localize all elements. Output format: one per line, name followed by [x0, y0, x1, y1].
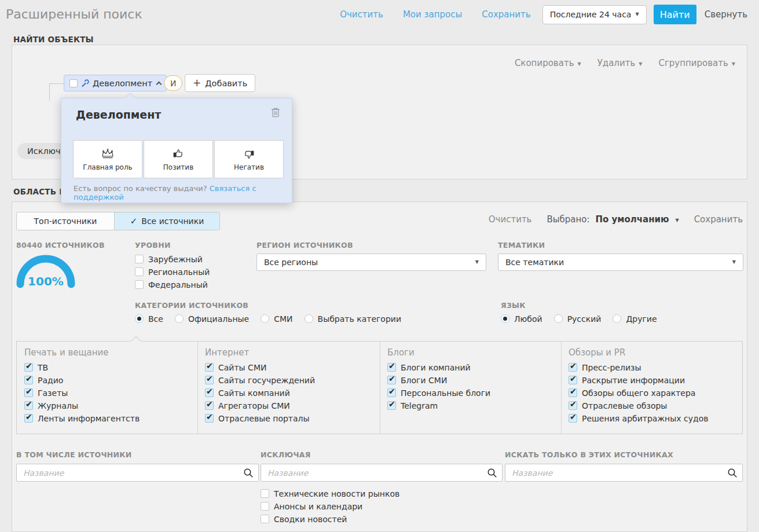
find-button[interactable]: Найти: [654, 5, 696, 24]
checkbox-arbitration[interactable]: Решения арбитражных судов: [569, 414, 708, 423]
collapse-link[interactable]: Свернуть: [705, 9, 747, 20]
checkbox-magazines[interactable]: Журналы: [24, 401, 140, 410]
and-operator-badge[interactable]: И: [164, 75, 182, 91]
header-my-queries-link[interactable]: Мои запросы: [403, 9, 462, 20]
sources-count-label: 80440 ИСТОЧНИКОВ: [16, 241, 105, 250]
radio-russian[interactable]: Русский: [554, 314, 602, 323]
checkbox-press-releases[interactable]: Пресс-релизы: [569, 363, 708, 372]
column-divider: [561, 342, 562, 434]
group-action[interactable]: Сгруппировать▼: [658, 58, 735, 68]
radio-label: Официальные: [188, 314, 249, 324]
checkbox-gov-sites[interactable]: Сайты госучреждений: [205, 376, 315, 384]
checkbox-radio[interactable]: Радио: [24, 376, 140, 384]
chip-checkbox[interactable]: [69, 79, 78, 87]
checkbox-industry-portals[interactable]: Отраслевые порталы: [205, 414, 315, 423]
sources-clear-link[interactable]: Очистить: [489, 214, 532, 225]
main-role-card[interactable]: Главная роль: [73, 140, 142, 178]
source-categories-radios: Все Официальные СМИ Выбрать категории: [135, 314, 401, 323]
add-object-button[interactable]: + Добавить: [185, 74, 255, 92]
main-role-label: Главная роль: [83, 163, 132, 171]
period-select[interactable]: Последние 24 часа ▼: [542, 5, 647, 24]
source-categories-title: КАТЕГОРИИ ИСТОЧНИКОВ: [135, 301, 248, 310]
group-reviews-list: Пресс-релизы Раскрытие информации Обзоры…: [569, 363, 708, 423]
checkbox-level-federal[interactable]: Федеральный: [135, 280, 210, 289]
search-icon[interactable]: [727, 468, 738, 478]
topics-select[interactable]: Все тематики ▼: [498, 254, 743, 271]
negative-label: Негатив: [234, 163, 264, 171]
tab-top-sources[interactable]: Топ-источники: [17, 212, 114, 230]
tree-connector-horizontal: [49, 83, 64, 84]
only-these-sources-field: [505, 464, 743, 482]
negative-card[interactable]: Негатив: [214, 140, 284, 178]
checkbox-checked-icon: [387, 363, 396, 372]
radio-all[interactable]: Все: [135, 314, 163, 323]
copy-action[interactable]: Скопировать▼: [515, 58, 581, 68]
checkbox-newspapers[interactable]: Газеты: [24, 388, 140, 397]
checkbox-aggregators[interactable]: Агрегаторы СМИ: [205, 401, 315, 410]
checkbox-level-regional[interactable]: Региональный: [135, 267, 210, 276]
search-icon[interactable]: [487, 468, 497, 478]
selected-preset-dropdown[interactable]: Выбрано: По умолчанию ▼: [547, 214, 679, 225]
checkbox-label: Отраслевые обзоры: [582, 401, 667, 410]
checkbox-industry-reviews[interactable]: Отраслевые обзоры: [569, 401, 708, 410]
header-save-link[interactable]: Сохранить: [482, 9, 530, 20]
crown-icon: [100, 148, 115, 160]
checkbox-tv[interactable]: ТВ: [24, 363, 140, 372]
checkbox-level-foreign[interactable]: Зарубежный: [135, 255, 210, 263]
trash-icon[interactable]: [271, 107, 280, 118]
header-clear-link[interactable]: Очистить: [340, 9, 383, 20]
levels-title: УРОВНИ: [135, 241, 171, 250]
checkbox-icon: [135, 280, 144, 289]
checkbox-company-blogs[interactable]: Блоги компаний: [387, 363, 490, 372]
checkbox-label: Блоги СМИ: [401, 376, 447, 385]
checkbox-personal-blogs[interactable]: Персональные блоги: [387, 388, 490, 397]
thumb-down-icon: [243, 148, 255, 160]
radio-label: Все: [148, 314, 163, 324]
radio-other-languages[interactable]: Другие: [613, 314, 657, 323]
group-action-label: Сгруппировать: [658, 58, 728, 68]
delete-action[interactable]: Удалить▼: [597, 58, 643, 68]
checkbox-newswires[interactable]: Ленты информагентств: [24, 414, 140, 423]
objects-actions: Скопировать▼ Удалить▼ Сгруппировать▼: [515, 58, 735, 68]
checkbox-technical-news[interactable]: Технические новости рынков: [261, 489, 399, 498]
chevron-up-icon: [156, 82, 162, 87]
checkbox-disclosure[interactable]: Раскрытие информации: [569, 376, 708, 384]
positive-card[interactable]: Позитив: [144, 140, 213, 178]
object-chip-development[interactable]: Девелопмент: [64, 75, 167, 91]
popup-footer: Есть вопрос по качеству выдачи? Связатьс…: [74, 184, 292, 201]
search-icon[interactable]: [243, 468, 254, 478]
group-blogs-list: Блоги компаний Блоги СМИ Персональные бл…: [387, 363, 490, 410]
group-title-reviews: Обзоры и PR: [569, 347, 625, 358]
gauge-percent: 100%: [25, 274, 67, 288]
region-select[interactable]: Все регионы ▼: [256, 254, 486, 271]
levels-list: Зарубежный Региональный Федеральный: [135, 255, 210, 289]
checkbox-label: Раскрытие информации: [582, 376, 685, 385]
only-these-sources-input[interactable]: [505, 464, 743, 482]
checkbox-announcements[interactable]: Анонсы и календари: [261, 502, 399, 511]
checkbox-general-reviews[interactable]: Обзоры общего характера: [569, 388, 708, 397]
checkbox-company-sites[interactable]: Сайты компаний: [205, 388, 315, 397]
checkbox-telegram[interactable]: Telegram: [387, 401, 490, 410]
radio-label: Выбрать категории: [318, 314, 401, 324]
radio-any-language[interactable]: Любой: [501, 314, 542, 323]
checkbox-media-blogs[interactable]: Блоги СМИ: [387, 376, 490, 384]
checkbox-news-digests[interactable]: Сводки новостей: [261, 515, 399, 523]
checkbox-checked-icon: [205, 414, 214, 423]
page-title: Расширенный поиск: [6, 7, 142, 21]
popup-cards: Главная роль Позитив Негатив: [73, 140, 284, 178]
checkbox-label: Радио: [38, 376, 63, 385]
object-settings-popup: Девелопмент Главная роль Позити: [61, 98, 292, 203]
thumb-up-icon: [172, 148, 185, 160]
radio-official[interactable]: Официальные: [175, 314, 249, 323]
checkbox-label: Федеральный: [148, 280, 208, 289]
sources-save-link[interactable]: Сохранить: [694, 214, 743, 225]
radio-choose-categories[interactable]: Выбрать категории: [305, 314, 401, 323]
tab-label: Все источники: [141, 217, 204, 226]
checkbox-media-sites[interactable]: Сайты СМИ: [205, 363, 315, 372]
radio-smi[interactable]: СМИ: [261, 314, 292, 323]
group-print-list: ТВ Радио Газеты Журналы Ленты информаген…: [24, 363, 140, 423]
excluding-input[interactable]: [261, 464, 503, 482]
checkbox-checked-icon: [205, 401, 214, 410]
including-sources-input[interactable]: [16, 464, 259, 482]
tab-all-sources[interactable]: ✓ Все источники: [114, 212, 219, 230]
